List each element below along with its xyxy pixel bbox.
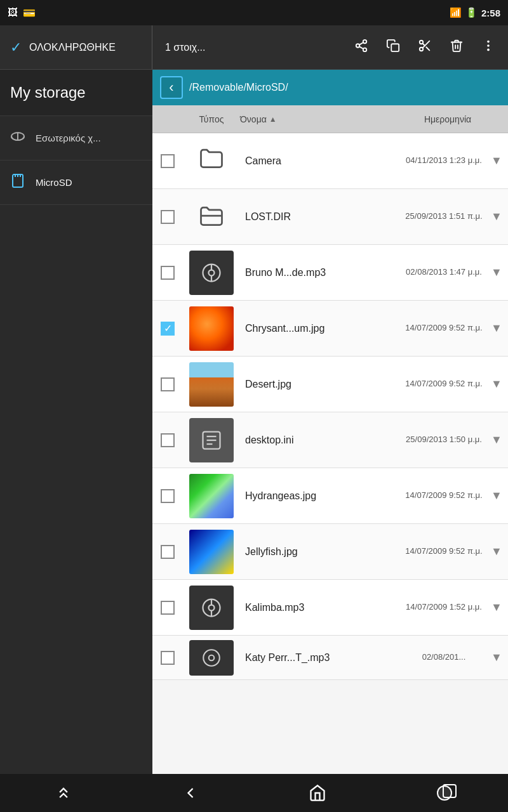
expand-icon[interactable]: ▼ — [485, 489, 508, 502]
sidebar-divider-3 — [0, 204, 152, 205]
file-name: Kalimba.mp3 — [240, 602, 403, 613]
main-layout: My storage Εσωτερικός χ... MicroSD — [0, 70, 508, 774]
list-item: ✓ Chrysant...um.jpg 14/07/2009 9:52 π.μ.… — [152, 301, 508, 357]
toolbar-icon-group — [354, 39, 495, 56]
nav-back-button[interactable] — [171, 774, 210, 812]
svg-rect-34 — [443, 785, 456, 797]
image-thumb-orange — [189, 306, 234, 351]
file-checkbox[interactable] — [152, 377, 183, 391]
th-date[interactable]: Ημερομηνία — [406, 114, 489, 124]
completed-label: ΟΛΟΚΛΗΡΩΘΗΚΕ — [29, 42, 116, 53]
file-thumbnail — [183, 202, 240, 232]
back-button[interactable]: ‹ — [160, 76, 183, 99]
nav-back-up-button[interactable] — [44, 774, 83, 812]
audio-thumb-kalimba — [189, 586, 234, 630]
file-list[interactable]: Camera 04/11/2013 1:23 μ.μ. ▼ LOST.DIR 2… — [152, 133, 508, 774]
share-button[interactable] — [354, 39, 368, 56]
nav-home-button[interactable] — [298, 774, 337, 812]
svg-line-10 — [422, 43, 425, 46]
checkbox-desktopini[interactable] — [161, 433, 175, 447]
sort-arrow-icon: ▲ — [269, 115, 277, 124]
checkbox-kalimba[interactable] — [161, 601, 175, 615]
file-name: LOST.DIR — [240, 211, 403, 223]
list-item: Katy Perr...T_.mp3 02/08/201... ▼ — [152, 636, 508, 680]
status-right-icons: 📶 🔋 2:58 — [450, 7, 500, 18]
more-button[interactable] — [481, 39, 495, 56]
file-checkbox[interactable] — [152, 433, 183, 447]
expand-icon[interactable]: ▼ — [485, 210, 508, 223]
table-header: Τύπος Όνομα ▲ Ημερομηνία — [152, 105, 508, 133]
checkbox-jellyfish[interactable] — [161, 545, 175, 559]
file-date: 14/07/2009 1:52 μ.μ. — [403, 601, 485, 613]
checkbox-desert[interactable] — [161, 377, 175, 391]
image-thumb-hydrangea — [189, 474, 234, 518]
toolbar-check-section: ✓ ΟΛΟΚΛΗΡΩΘΗΚΕ — [0, 25, 152, 69]
sidebar-item-microsd[interactable]: MicroSD — [0, 160, 152, 204]
file-checkbox[interactable] — [152, 210, 183, 224]
list-item: Bruno M...de.mp3 02/08/2013 1:47 μ.μ. ▼ — [152, 245, 508, 301]
checkbox-hydrangeas[interactable] — [161, 489, 175, 503]
svg-point-13 — [487, 48, 490, 51]
file-date: 14/07/2009 9:52 π.μ. — [403, 546, 485, 557]
file-thumbnail — [183, 530, 240, 574]
expand-icon[interactable]: ▼ — [485, 266, 508, 279]
file-thumbnail — [183, 640, 240, 676]
selection-label: 1 στοιχ... — [165, 42, 206, 53]
expand-icon[interactable]: ▼ — [485, 651, 508, 664]
svg-rect-5 — [391, 44, 399, 51]
file-date: 25/09/2013 1:50 μ.μ. — [403, 434, 485, 445]
battery-icon: 🔋 — [465, 7, 478, 18]
file-name: Katy Perr...T_.mp3 — [240, 652, 403, 664]
file-name: Bruno M...de.mp3 — [240, 267, 403, 278]
svg-point-32 — [203, 650, 220, 666]
current-path: /Removable/MicroSD/ — [189, 82, 288, 93]
sd-icon — [10, 173, 25, 192]
file-name: Hydrangeas.jpg — [240, 490, 403, 502]
expand-icon[interactable]: ▼ — [485, 433, 508, 447]
expand-icon[interactable]: ▼ — [485, 545, 508, 558]
audio-thumb-katy — [189, 640, 234, 676]
file-checkbox[interactable] — [152, 601, 183, 615]
file-thumbnail — [183, 418, 240, 462]
svg-line-3 — [359, 46, 363, 49]
copy-button[interactable] — [386, 39, 400, 56]
file-name: Desert.jpg — [240, 379, 403, 390]
sd-card-icon: 💳 — [23, 7, 36, 19]
svg-line-9 — [426, 47, 429, 50]
checkbox-lostdir[interactable] — [161, 210, 175, 224]
list-item: Jellyfish.jpg 14/07/2009 9:52 π.μ. ▼ — [152, 524, 508, 580]
list-item: LOST.DIR 25/09/2013 1:51 π.μ. ▼ — [152, 189, 508, 245]
cut-button[interactable] — [418, 39, 432, 56]
file-thumbnail — [183, 251, 240, 295]
expand-icon[interactable]: ▼ — [485, 377, 508, 391]
expand-icon[interactable]: ▼ — [485, 601, 508, 614]
file-thumb — [189, 418, 234, 462]
file-checkbox[interactable]: ✓ — [152, 322, 183, 336]
checkbox-brunom[interactable] — [161, 266, 175, 280]
expand-icon[interactable]: ▼ — [485, 322, 508, 335]
file-thumbnail — [183, 144, 240, 178]
folder-open-icon — [196, 202, 227, 232]
svg-point-29 — [209, 605, 215, 610]
th-type[interactable]: Τύπος — [183, 114, 240, 124]
wifi-icon: 📶 — [450, 7, 462, 18]
file-thumbnail — [183, 474, 240, 518]
status-bar: 🖼 💳 📶 🔋 2:58 — [0, 0, 508, 25]
file-checkbox[interactable] — [152, 266, 183, 280]
checkbox-chrysant[interactable]: ✓ — [161, 322, 175, 336]
expand-icon[interactable]: ▼ — [485, 154, 508, 167]
delete-button[interactable] — [450, 39, 464, 56]
sidebar-item-internal[interactable]: Εσωτερικός χ... — [0, 116, 152, 160]
file-thumbnail — [183, 586, 240, 630]
file-checkbox[interactable] — [152, 489, 183, 503]
th-name[interactable]: Όνομα ▲ — [240, 114, 406, 124]
list-item: Camera 04/11/2013 1:23 μ.μ. ▼ — [152, 133, 508, 189]
check-icon: ✓ — [10, 39, 22, 56]
checkbox-katyperryt[interactable] — [161, 651, 175, 665]
file-checkbox[interactable] — [152, 154, 183, 168]
checkbox-camera[interactable] — [161, 154, 175, 168]
file-thumbnail — [183, 306, 240, 351]
file-checkbox[interactable] — [152, 651, 183, 665]
nav-recent-button[interactable] — [425, 774, 464, 812]
file-checkbox[interactable] — [152, 545, 183, 559]
